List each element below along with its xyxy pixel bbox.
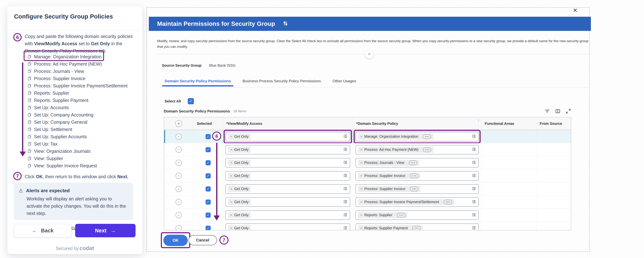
tab-other-usages[interactable]: Other Usages (332, 79, 356, 86)
prompt-list-icon[interactable] (343, 226, 348, 231)
policy-list-item[interactable]: Set Up: Supplier Accounts (27, 133, 136, 140)
row-selected-checkbox[interactable]: ✓ (206, 173, 211, 178)
cancel-button[interactable]: Cancel (188, 235, 217, 245)
prompt-list-icon[interactable] (343, 134, 348, 139)
remove-value-icon[interactable]: × (360, 174, 362, 178)
policy-list-item[interactable]: Process: Journals - View (27, 68, 136, 75)
next-button[interactable]: Next → (75, 224, 136, 237)
remove-value-icon[interactable]: × (360, 161, 362, 165)
prompt-list-icon[interactable] (472, 186, 476, 192)
prompt-list-icon[interactable] (343, 147, 348, 152)
related-actions-icon[interactable] (409, 160, 417, 165)
prompt-list-icon[interactable] (472, 147, 476, 152)
collapse-button[interactable]: ^ (365, 50, 374, 58)
remove-value-icon[interactable]: × (360, 135, 362, 139)
filter-icon[interactable] (544, 108, 550, 114)
remove-row-button[interactable]: − (176, 134, 182, 140)
policy-list-item[interactable]: Set Up: Company Accounting (27, 111, 136, 118)
prompt-list-icon[interactable] (472, 199, 476, 205)
remove-value-icon[interactable]: × (360, 226, 362, 230)
policy-list-item[interactable]: Reports: Supplier (27, 89, 136, 97)
remove-value-icon[interactable]: × (230, 200, 232, 204)
related-actions-icon[interactable] (410, 187, 418, 191)
tab-domain-security-policy-permissions[interactable]: Domain Security Policy Permissions (165, 79, 231, 86)
add-row-button[interactable]: + (175, 120, 182, 127)
remove-row-button[interactable]: − (176, 225, 182, 231)
prompt-list-icon[interactable] (343, 160, 348, 166)
remove-value-icon[interactable]: × (230, 135, 232, 139)
remove-row-button[interactable]: − (176, 147, 182, 153)
prompt-list-icon[interactable] (472, 226, 476, 231)
remove-value-icon[interactable]: × (230, 213, 232, 217)
view-modify-access-input[interactable]: ×Get Only (226, 184, 350, 194)
policy-list-item[interactable]: Set Up: Tax (27, 140, 136, 148)
prompt-list-icon[interactable] (472, 173, 476, 179)
ok-button[interactable]: OK (163, 235, 188, 246)
prompt-list-icon[interactable] (472, 134, 476, 139)
view-modify-access-input[interactable]: ×Get Only (226, 210, 350, 220)
related-actions-icon[interactable] (444, 200, 452, 204)
prompt-list-icon[interactable] (343, 173, 348, 179)
row-selected-checkbox[interactable]: ✓ (206, 160, 211, 165)
related-actions-icon[interactable] (397, 213, 405, 218)
domain-security-policy-input[interactable]: ×Process: Journals - View (356, 158, 479, 168)
back-button[interactable]: ← Back (14, 224, 72, 237)
domain-security-policy-input[interactable]: ×Manage: Organization Integration (356, 132, 479, 141)
policy-list-item[interactable]: Process: Supplier Invoice Payment/Settle… (27, 82, 136, 89)
related-actions-icon[interactable] (412, 226, 420, 231)
select-all-checkbox[interactable]: ✓ (188, 98, 194, 104)
policy-list-item[interactable]: Set Up: Company General (27, 118, 136, 126)
prompt-list-icon[interactable] (472, 212, 476, 218)
view-modify-access-input[interactable]: ×Get Only (226, 132, 350, 141)
view-modify-access-input[interactable]: ×Get Only (226, 197, 350, 207)
policy-list-item[interactable]: View: Supplier Invoice Request (27, 162, 136, 169)
policy-list-item[interactable]: Reports: Supplier Payment (27, 97, 136, 104)
domain-security-policy-input[interactable]: ×Process: Supplier Invoice (356, 184, 479, 194)
tab-business-process-security-policy-permissions[interactable]: Business Process Security Policy Permiss… (242, 79, 321, 86)
policy-list-item[interactable]: Process: Ad Hoc Payment (NEW) (27, 60, 136, 68)
remove-value-icon[interactable]: × (230, 161, 232, 165)
remove-value-icon[interactable]: × (360, 148, 362, 152)
row-selected-checkbox[interactable]: ✓ (206, 200, 211, 205)
related-actions-icon[interactable] (423, 134, 431, 139)
remove-row-button[interactable]: − (176, 173, 182, 179)
remove-value-icon[interactable]: × (360, 213, 362, 217)
view-modify-access-input[interactable]: ×Get Only (226, 158, 350, 168)
domain-security-policy-input[interactable]: ×Process: Supplier Invoice (356, 171, 479, 181)
columns-icon[interactable] (555, 108, 561, 114)
view-modify-access-input[interactable]: ×Get Only (226, 145, 350, 154)
related-actions-icon[interactable] (423, 147, 431, 152)
sort-arrow-icon[interactable]: ↑ (478, 118, 480, 123)
domain-security-policy-input[interactable]: ×Reports: Supplier Payment (356, 224, 479, 231)
policy-list-item[interactable]: Process: Supplier Invoice (27, 75, 136, 82)
domain-security-policy-input[interactable]: ×Reports: Supplier (356, 210, 479, 220)
related-actions-icon[interactable] (410, 174, 418, 178)
prompt-list-icon[interactable] (343, 199, 348, 205)
prompt-list-icon[interactable] (343, 186, 348, 192)
domain-security-policy-input[interactable]: ×Process: Supplier Invoice Payment/Settl… (356, 197, 479, 207)
policy-list-item[interactable]: View: Supplier (27, 155, 136, 162)
policy-list-item[interactable]: Set Up: Accounts (27, 104, 136, 111)
remove-value-icon[interactable]: × (230, 226, 232, 230)
remove-value-icon[interactable]: × (230, 187, 232, 191)
row-selected-checkbox[interactable]: ✓ (206, 186, 211, 192)
remove-value-icon[interactable]: × (360, 187, 362, 191)
remove-row-button[interactable]: − (176, 160, 182, 166)
policy-list-item[interactable]: View: Organization Journals (27, 148, 136, 155)
domain-security-policy-input[interactable]: ×Process: Ad Hoc Payment (NEW) (356, 145, 479, 154)
remove-row-button[interactable]: − (176, 212, 182, 218)
prompt-list-icon[interactable] (343, 212, 348, 218)
remove-value-icon[interactable]: × (360, 200, 362, 204)
row-selected-checkbox[interactable]: ✓ (206, 147, 211, 152)
remove-row-button[interactable]: − (176, 186, 182, 192)
policy-list-item[interactable]: Set Up: Settlement (27, 126, 136, 133)
view-modify-access-input[interactable]: ×Get Only (226, 224, 350, 231)
prompt-list-icon[interactable] (472, 160, 476, 166)
row-selected-checkbox[interactable]: ✓ (206, 213, 211, 218)
expand-icon[interactable] (566, 108, 571, 114)
row-selected-checkbox[interactable]: ✓ (206, 134, 211, 139)
close-icon[interactable]: × (573, 6, 577, 14)
remove-row-button[interactable]: − (176, 199, 182, 205)
settings-sliders-icon[interactable] (283, 21, 288, 27)
view-modify-access-input[interactable]: ×Get Only (226, 171, 350, 181)
